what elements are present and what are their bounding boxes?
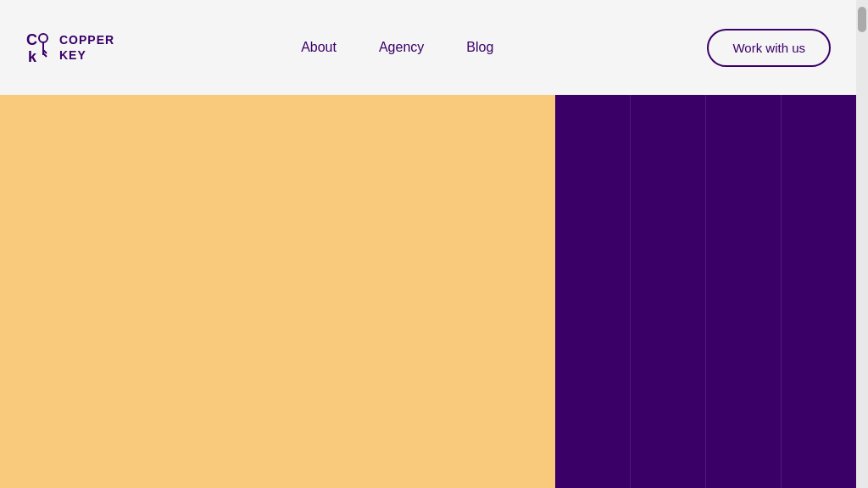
nav-agency[interactable]: Agency: [379, 40, 424, 55]
logo-icon: C k: [25, 30, 51, 64]
main-content: [0, 95, 856, 488]
purple-col-1: [555, 95, 631, 488]
logo-text: COPPER KEY: [59, 32, 114, 63]
cta-button[interactable]: Work with us: [707, 29, 831, 67]
left-section: [0, 95, 555, 488]
scrollbar-thumb[interactable]: [858, 7, 866, 32]
nav-blog[interactable]: Blog: [466, 40, 493, 55]
nav-about[interactable]: About: [301, 40, 337, 55]
purple-col-3: [706, 95, 782, 488]
svg-text:k: k: [28, 48, 37, 65]
svg-point-2: [39, 34, 47, 42]
svg-text:C: C: [26, 31, 37, 48]
scrollbar[interactable]: [856, 0, 868, 488]
right-section: [555, 95, 856, 488]
header: C k COPPER KEY About Agency Blog Work w: [0, 0, 856, 95]
page-wrapper: C k COPPER KEY About Agency Blog Work w: [0, 0, 856, 488]
nav-links: About Agency Blog: [301, 40, 493, 55]
purple-col-4: [782, 95, 856, 488]
logo[interactable]: C k COPPER KEY: [25, 30, 114, 64]
purple-col-2: [631, 95, 706, 488]
